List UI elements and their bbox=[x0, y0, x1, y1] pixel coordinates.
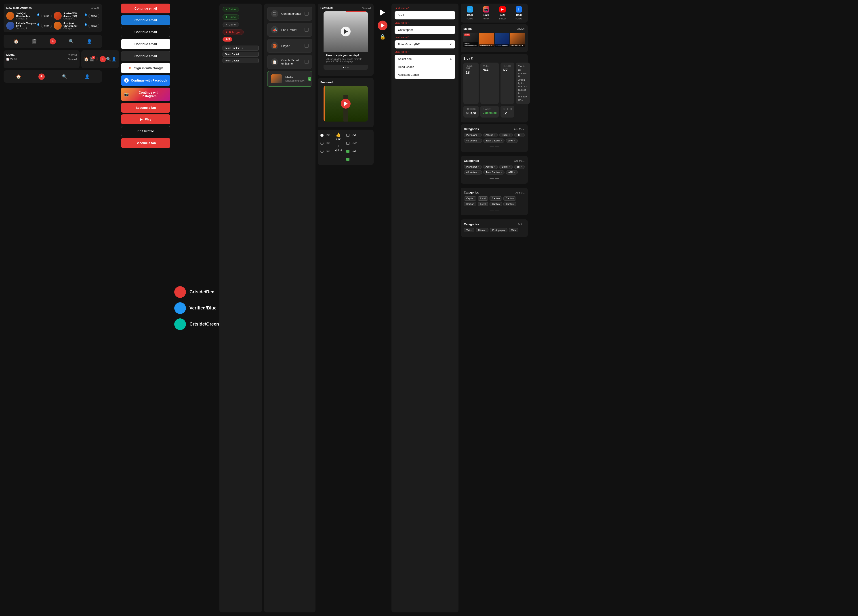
role-content-creator[interactable]: 🎬 Content creator bbox=[267, 7, 312, 20]
role-media[interactable]: Media (video/photography) ✓ bbox=[267, 71, 312, 87]
tag-athletic-1[interactable]: Athletic × bbox=[483, 133, 498, 137]
checkbox-0[interactable] bbox=[346, 134, 350, 137]
remove-tag-icon[interactable]: × bbox=[241, 47, 243, 49]
status-gym[interactable]: At the gym bbox=[222, 30, 244, 35]
tag-vertical-2[interactable]: 40' Vertical × bbox=[464, 170, 482, 174]
mylist-plus-icon[interactable]: + bbox=[337, 144, 340, 149]
nav-home-1[interactable]: 🏠 bbox=[13, 39, 19, 44]
tag-aau-2[interactable]: AAU × bbox=[506, 170, 518, 174]
mylist-btn[interactable]: + My List bbox=[335, 144, 342, 151]
caption-tag-0[interactable]: Caption bbox=[464, 196, 476, 201]
play-overlay-1[interactable] bbox=[341, 26, 351, 36]
add-more-btn-1[interactable]: Add More bbox=[514, 128, 525, 131]
become-fan-btn[interactable]: Become a fan bbox=[121, 103, 170, 113]
follow-btn-3[interactable]: follow bbox=[89, 24, 99, 28]
tag-athletic-2[interactable]: Athletic × bbox=[483, 165, 498, 169]
twitter-follow[interactable]: Follow bbox=[466, 17, 473, 20]
continue-email-dark[interactable]: Continue email bbox=[121, 51, 170, 61]
media-thumb-3[interactable]: Put the work in bbox=[510, 33, 525, 47]
status-online-2[interactable]: Online bbox=[222, 14, 239, 20]
dropdown-item-head-coach[interactable]: Head Coach bbox=[395, 63, 455, 71]
tag-mixtape[interactable]: Mixtape bbox=[476, 228, 488, 232]
tag-playmaker-1[interactable]: Playmaker × bbox=[464, 133, 482, 137]
dropdown-item-assistant-coach[interactable]: Assistant Coach bbox=[395, 71, 455, 79]
nav-add-3[interactable]: + bbox=[39, 73, 45, 80]
caption-tag-4[interactable]: Caption bbox=[490, 202, 502, 206]
featured-view-all-1[interactable]: View All bbox=[362, 7, 371, 9]
tag-video[interactable]: Video bbox=[464, 228, 474, 232]
dropdown-header[interactable]: Select one ∧ bbox=[395, 55, 455, 63]
media-thumb-2[interactable]: Put the work in bbox=[495, 33, 510, 47]
athletes-view-all[interactable]: View All bbox=[91, 7, 99, 9]
tag-bb-1[interactable]: BB × bbox=[514, 133, 524, 137]
status-online-1[interactable]: Online bbox=[222, 7, 239, 12]
tag-web[interactable]: Web bbox=[509, 228, 518, 232]
video-card-2[interactable] bbox=[323, 86, 368, 121]
caption-tag-3[interactable]: Caption bbox=[464, 202, 476, 206]
tag-aau-1[interactable]: AAU × bbox=[506, 138, 518, 143]
radio-item-0[interactable]: Text bbox=[320, 132, 330, 138]
role-coach[interactable]: 📋 Coach, Scout or Trainer bbox=[267, 55, 312, 69]
follow-btn-0[interactable]: follow bbox=[41, 14, 52, 18]
continue-email-blue[interactable]: Continue email bbox=[121, 15, 170, 25]
nav-home-3[interactable]: 🏠 bbox=[16, 74, 21, 79]
nav-video-2[interactable]: 🎬 8 bbox=[89, 56, 94, 62]
nav-search-1[interactable]: 🔍 bbox=[68, 39, 74, 44]
tag-skillful-2[interactable]: Skillful × bbox=[499, 165, 513, 169]
instagram-follow[interactable]: Follow bbox=[483, 17, 489, 20]
nav-mic-2[interactable]: 🎙 bbox=[94, 56, 99, 62]
status-offline[interactable]: Offline bbox=[222, 22, 239, 27]
role-check-player[interactable] bbox=[305, 44, 309, 48]
continue-email-red[interactable]: Continue email bbox=[121, 3, 170, 13]
position-select[interactable]: Point Guard (PG) ∨ bbox=[395, 40, 455, 48]
role-check-coach[interactable] bbox=[305, 60, 309, 64]
caption-tag-5[interactable]: Caption bbox=[504, 202, 516, 206]
continue-email-outline-white[interactable]: Continue email bbox=[121, 39, 170, 49]
media-view-all[interactable]: View All bbox=[68, 53, 77, 56]
nav-profile-2[interactable]: 👤 bbox=[111, 56, 117, 62]
status-live[interactable]: LIVE bbox=[222, 37, 232, 42]
media-right-view-all[interactable]: View All bbox=[517, 28, 525, 30]
tag-skillful-1[interactable]: Skillful × bbox=[499, 133, 513, 137]
play-btn[interactable]: ▶ Play bbox=[121, 114, 170, 124]
checkbox-item-2[interactable]: Text bbox=[346, 148, 358, 154]
checkbox-1[interactable] bbox=[346, 142, 350, 145]
media-view-all-2[interactable]: View All bbox=[68, 58, 77, 61]
add-more-btn-3[interactable]: Add M... bbox=[516, 191, 525, 194]
tag-playmaker-2[interactable]: Playmaker × bbox=[464, 165, 482, 169]
tag-vertical-1[interactable]: 40' Vertical × bbox=[464, 138, 482, 143]
edit-profile-btn[interactable]: Edit Profile bbox=[121, 126, 170, 136]
radio-2[interactable] bbox=[320, 150, 323, 153]
nav-profile-1[interactable]: 👤 bbox=[87, 39, 92, 44]
continue-instagram-btn[interactable]: 📸 Continue with Instagram bbox=[121, 87, 170, 101]
media-thumb-0[interactable]: Live March Madness Feed! bbox=[463, 33, 478, 47]
play-overlay-2[interactable] bbox=[341, 99, 351, 109]
youtube-follow[interactable]: Follow bbox=[499, 17, 506, 20]
checkbox-2[interactable] bbox=[346, 150, 350, 153]
nav-add-1[interactable]: + bbox=[50, 38, 56, 45]
caption-tag-2[interactable]: Caption bbox=[504, 196, 516, 201]
nav-profile-3[interactable]: 👤 bbox=[84, 74, 90, 79]
tag-captain-removable[interactable]: Team Captain × bbox=[222, 45, 259, 50]
thumbs-up-icon[interactable]: 👍 bbox=[336, 132, 341, 137]
nav-video-1[interactable]: 🎬 bbox=[31, 39, 37, 44]
media-thumb-1[interactable]: Put the work in bbox=[479, 33, 494, 47]
role-check-content-creator[interactable] bbox=[305, 12, 309, 16]
follow-btn-2[interactable]: follow bbox=[41, 24, 52, 28]
play-triangle-icon[interactable] bbox=[378, 8, 387, 17]
role-check-fan-parent[interactable] bbox=[305, 28, 309, 32]
like-section[interactable]: 👍 1.2K bbox=[336, 132, 341, 141]
continue-email-outline-dark[interactable]: Continue email bbox=[121, 27, 170, 37]
nav-home-2[interactable]: 🏠 bbox=[84, 56, 89, 62]
add-more-btn-4[interactable]: Add ... bbox=[518, 223, 525, 226]
tag-captain-2[interactable]: Team Captain × bbox=[483, 170, 505, 174]
follow-btn-1[interactable]: follow bbox=[89, 14, 99, 18]
caption-tag-1[interactable]: Caption bbox=[490, 196, 502, 201]
radio-item-2[interactable]: Text bbox=[320, 148, 330, 154]
facebook-follow[interactable]: Follow bbox=[516, 17, 522, 20]
checkbox-item-3[interactable] bbox=[346, 156, 358, 162]
sign-in-google-btn[interactable]: G Sign in with Google bbox=[121, 63, 170, 73]
tag-captain-1[interactable]: Team Captain × bbox=[483, 138, 505, 143]
add-more-btn-2[interactable]: Add Mo... bbox=[514, 160, 525, 162]
role-player[interactable]: 🏀 Player bbox=[267, 39, 312, 53]
